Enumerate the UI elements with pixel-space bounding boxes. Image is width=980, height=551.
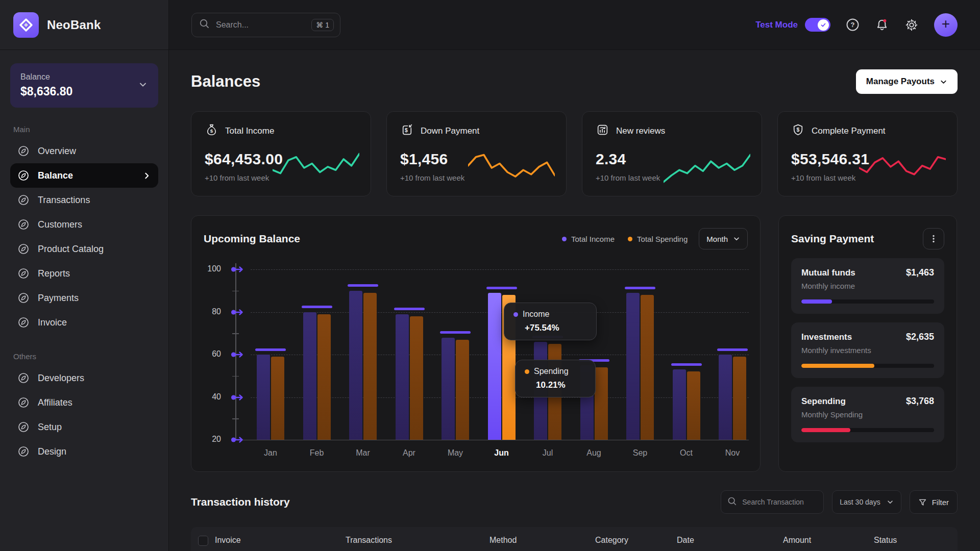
compass-icon bbox=[17, 372, 30, 384]
column-header-amount[interactable]: Amount bbox=[783, 536, 811, 545]
sidebar-item-transactions[interactable]: Transactions bbox=[10, 188, 158, 212]
saving-item-subtitle: Monthly income bbox=[801, 282, 934, 290]
sidebar-item-label: Design bbox=[38, 446, 66, 457]
spending-bar-jan[interactable] bbox=[271, 357, 284, 440]
main-content: Balances Manage Payouts $ Total Income $… bbox=[169, 50, 980, 551]
sidebar-balance-card[interactable]: Balance $8,636.80 bbox=[10, 63, 158, 108]
x-tick-label-mar: Mar bbox=[342, 448, 383, 458]
upcoming-balance-panel: Upcoming Balance Total Income Total Spen… bbox=[191, 215, 761, 472]
y-minor-tick bbox=[232, 418, 239, 419]
income-bar-apr[interactable] bbox=[396, 314, 409, 440]
income-bar-oct[interactable] bbox=[673, 369, 686, 440]
column-header-date[interactable]: Date bbox=[677, 536, 694, 545]
income-bar-nov[interactable] bbox=[719, 355, 732, 440]
kebab-menu-icon[interactable] bbox=[923, 228, 944, 249]
stat-card-title: Total Income bbox=[225, 126, 274, 136]
bar-cap-line bbox=[486, 287, 517, 289]
saving-item-sepending[interactable]: Sepending $3,768 Monthly Spending bbox=[791, 387, 944, 442]
sidebar-item-invoice[interactable]: Invoice bbox=[10, 310, 158, 335]
sidebar-item-balance[interactable]: Balance bbox=[10, 163, 158, 188]
sidebar-section-label-main: Main bbox=[13, 125, 158, 134]
compass-icon bbox=[17, 194, 30, 206]
sidebar-item-overview[interactable]: Overview bbox=[10, 139, 158, 163]
transaction-search-input[interactable]: Search Transaction bbox=[721, 490, 824, 514]
page-head: Balances Manage Payouts bbox=[191, 69, 958, 94]
income-bar-jan[interactable] bbox=[257, 355, 270, 440]
x-tick-label-apr: Apr bbox=[389, 448, 430, 458]
sidebar-item-label: Setup bbox=[38, 422, 62, 433]
filter-button[interactable]: Filter bbox=[910, 490, 958, 514]
saving-item-name: Investments bbox=[801, 332, 852, 342]
sparkline-chart bbox=[859, 150, 946, 186]
bar-cap-line bbox=[440, 331, 471, 334]
spending-bar-may[interactable] bbox=[456, 340, 469, 440]
spending-bar-aug[interactable] bbox=[595, 367, 608, 440]
saving-item-name: Sepending bbox=[801, 396, 846, 407]
manage-payouts-button[interactable]: Manage Payouts bbox=[856, 69, 958, 94]
middle-row: Upcoming Balance Total Income Total Spen… bbox=[191, 215, 958, 472]
tooltip-income-label: Income bbox=[523, 310, 549, 319]
progress-bar bbox=[801, 364, 934, 368]
help-button[interactable]: ? bbox=[846, 18, 860, 32]
stat-cards-row: $ Total Income $64,453.00 +10 from last … bbox=[191, 111, 958, 196]
compass-icon bbox=[17, 218, 30, 231]
sidebar-item-payments[interactable]: Payments bbox=[10, 286, 158, 310]
bar-chart-icon bbox=[596, 123, 609, 139]
compass-icon bbox=[17, 169, 30, 182]
column-header-transactions[interactable]: Transactions bbox=[346, 536, 392, 545]
sidebar-item-design[interactable]: Design bbox=[10, 439, 158, 464]
sidebar-item-customers[interactable]: Customers bbox=[10, 212, 158, 237]
column-header-invoice[interactable]: Invoice bbox=[215, 536, 241, 545]
income-bar-feb[interactable] bbox=[303, 312, 316, 440]
test-mode-toggle[interactable] bbox=[805, 18, 830, 32]
spending-bar-mar[interactable] bbox=[363, 293, 377, 440]
grid-line bbox=[251, 269, 749, 270]
sidebar-item-developers[interactable]: Developers bbox=[10, 366, 158, 390]
shield-dollar-icon: $ bbox=[791, 123, 805, 139]
bar-cap-line bbox=[394, 308, 425, 310]
select-all-checkbox[interactable] bbox=[198, 536, 208, 546]
income-bar-sep[interactable] bbox=[626, 293, 640, 440]
spending-bar-feb[interactable] bbox=[317, 314, 331, 440]
date-range-select[interactable]: Last 30 days bbox=[832, 490, 901, 514]
filter-label: Filter bbox=[932, 498, 949, 507]
income-bar-mar[interactable] bbox=[349, 291, 362, 440]
bar-cap-line bbox=[625, 287, 655, 289]
sidebar-item-setup[interactable]: Setup bbox=[10, 415, 158, 439]
spending-bar-apr[interactable] bbox=[410, 316, 423, 440]
spending-bar-nov[interactable] bbox=[733, 357, 746, 440]
x-axis-baseline bbox=[231, 440, 749, 440]
sidebar-item-product-catalog[interactable]: Product Catalog bbox=[10, 237, 158, 261]
saving-item-investments[interactable]: Investments $2,635 Monthly investments bbox=[791, 322, 944, 378]
column-header-category[interactable]: Category bbox=[595, 536, 628, 545]
spending-bar-sep[interactable] bbox=[641, 295, 654, 440]
svg-text:$: $ bbox=[210, 128, 213, 134]
column-header-method[interactable]: Method bbox=[489, 536, 517, 545]
x-tick-label-feb: Feb bbox=[297, 448, 337, 458]
sparkline-chart bbox=[273, 150, 359, 186]
chevron-down-icon bbox=[138, 80, 148, 92]
spending-bar-oct[interactable] bbox=[687, 371, 700, 440]
column-header-status[interactable]: Status bbox=[874, 536, 897, 545]
neobank-logo-icon[interactable] bbox=[13, 12, 39, 38]
sidebar-item-label: Developers bbox=[38, 373, 84, 384]
sidebar-item-reports[interactable]: Reports bbox=[10, 261, 158, 286]
saving-payment-panel: Saving Payment Mutual funds $1,463 Month… bbox=[778, 215, 957, 472]
search-input[interactable]: Search... ⌘ 1 bbox=[191, 13, 340, 37]
income-bar-jun[interactable] bbox=[488, 293, 501, 440]
add-new-button[interactable]: + bbox=[934, 13, 958, 37]
date-range-value: Last 30 days bbox=[840, 498, 880, 506]
x-tick-label-jul: Jul bbox=[527, 448, 568, 458]
sidebar-item-label: Overview bbox=[38, 146, 76, 157]
y-tick-arrow-marker bbox=[231, 436, 245, 445]
saving-item-mutual-funds[interactable]: Mutual funds $1,463 Monthly income bbox=[791, 258, 944, 314]
svg-text:$: $ bbox=[405, 128, 408, 133]
manage-payouts-label: Manage Payouts bbox=[866, 77, 935, 87]
sidebar: Balance $8,636.80 Main Overview Balance … bbox=[0, 50, 169, 551]
income-bar-may[interactable] bbox=[442, 338, 455, 440]
y-minor-tick bbox=[232, 333, 239, 334]
sidebar-item-affiliates[interactable]: Affiliates bbox=[10, 390, 158, 415]
settings-gear-icon[interactable] bbox=[904, 18, 919, 32]
notifications-bell-icon[interactable] bbox=[875, 18, 889, 32]
bar-cap-line bbox=[348, 284, 378, 287]
